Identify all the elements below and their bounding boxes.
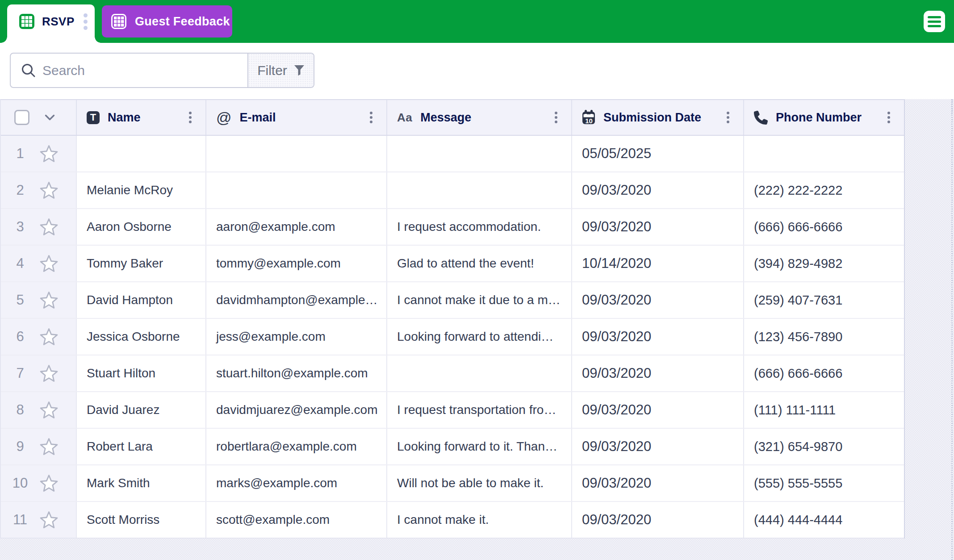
svg-text:10: 10 (585, 117, 593, 125)
